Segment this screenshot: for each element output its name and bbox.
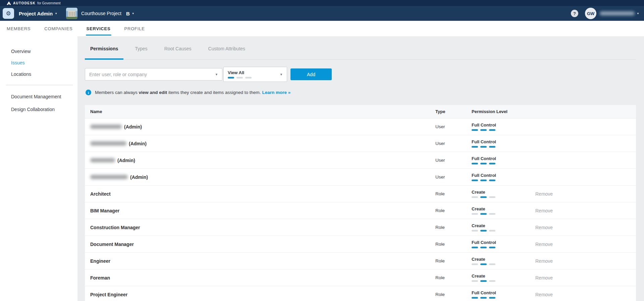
subtab-custom-attributes[interactable]: Custom Attributes: [203, 42, 251, 59]
sidebar-item-locations[interactable]: Locations: [0, 68, 77, 80]
level-bar: [489, 196, 495, 198]
admin-suffix: (Admin): [117, 158, 135, 163]
remove-link[interactable]: Remove: [535, 225, 553, 230]
row-name: (Admin): [85, 174, 435, 180]
level-bar: [489, 247, 495, 248]
autodesk-logo-icon: [7, 1, 11, 5]
tab-profile[interactable]: PROFILE: [124, 21, 146, 36]
permission-level-bars: [472, 146, 535, 148]
permission-controls: ▼ View All ▼ Add: [85, 67, 636, 82]
remove-cell: Remove: [535, 275, 636, 281]
permission-cell[interactable]: Full Control: [472, 240, 535, 248]
level-bar: [489, 297, 495, 299]
subtab-types[interactable]: Types: [129, 42, 153, 59]
permission-cell[interactable]: Create: [472, 206, 535, 215]
permission-cell[interactable]: Full Control: [472, 139, 535, 148]
permission-label: Create: [472, 190, 535, 195]
row-type: User: [435, 141, 472, 146]
level-bar: [480, 280, 487, 282]
permission-label: Create: [472, 257, 535, 262]
permission-label: Full Control: [472, 173, 535, 178]
table-row: (Admin) User Full Control: [85, 169, 636, 186]
sidebar-item-issues[interactable]: Issues: [0, 57, 77, 68]
permission-label: Create: [472, 273, 535, 279]
permission-cell[interactable]: Full Control: [472, 290, 535, 299]
chevron-down-icon: ▼: [215, 73, 218, 76]
sidebar-item-document-management[interactable]: Document Management: [0, 90, 77, 103]
learn-more-link[interactable]: Learn more »: [262, 90, 290, 95]
question-icon: ?: [573, 11, 576, 16]
tab-members[interactable]: MEMBERS: [6, 21, 31, 36]
remove-link[interactable]: Remove: [535, 258, 553, 264]
product-switcher[interactable]: B ▼: [126, 11, 135, 16]
info-icon: i: [86, 90, 91, 95]
level-bar: [472, 280, 478, 282]
table-row: Architect Role Create Remove: [85, 186, 636, 202]
gear-icon: ⚙: [6, 10, 11, 17]
level-bar: [480, 263, 487, 265]
tab-companies[interactable]: COMPANIES: [44, 21, 73, 36]
admin-gear-button[interactable]: ⚙: [3, 8, 14, 19]
permission-filter-dropdown[interactable]: View All ▼: [223, 67, 287, 82]
sidebar: Overview Issues Locations Document Manag…: [0, 36, 77, 301]
permission-level-bars: [472, 297, 535, 299]
table-row: Foreman Role Create Remove: [85, 269, 636, 286]
remove-link[interactable]: Remove: [535, 275, 553, 281]
permission-cell[interactable]: Create: [472, 257, 535, 265]
sidebar-item-design-collaboration[interactable]: Design Collaboration: [0, 103, 77, 116]
level-bar: [228, 77, 234, 79]
permission-label: Create: [472, 223, 535, 228]
level-bar: [245, 77, 252, 79]
sidebar-divider: [6, 85, 73, 85]
remove-link[interactable]: Remove: [535, 191, 553, 197]
permission-label: Full Control: [472, 156, 535, 161]
permission-level-bars: [472, 129, 535, 131]
permission-cell[interactable]: Create: [472, 223, 535, 232]
row-name: Architect: [85, 191, 435, 197]
user-role-company-select[interactable]: ▼: [85, 68, 222, 81]
row-type: User: [435, 174, 472, 180]
level-bar: [489, 263, 495, 265]
row-type: Role: [435, 225, 472, 230]
subtab-root-causes[interactable]: Root Causes: [159, 42, 197, 59]
subtab-permissions[interactable]: Permissions: [85, 42, 123, 59]
admin-suffix: (Admin): [129, 141, 147, 146]
module-label: Project Admin: [19, 11, 53, 16]
gov-banner: AUTODESK for Government: [0, 0, 644, 6]
permission-label: Full Control: [472, 139, 535, 144]
level-bar: [472, 146, 478, 148]
row-type: Role: [435, 208, 472, 213]
permission-cell[interactable]: Full Control: [472, 156, 535, 164]
row-name: Engineer: [85, 258, 435, 264]
row-name: (Admin): [85, 158, 435, 163]
module-selector[interactable]: Project Admin ▼: [19, 11, 57, 16]
row-name: BIM Manager: [85, 208, 435, 213]
permission-level-bars: [472, 230, 535, 232]
remove-link[interactable]: Remove: [535, 208, 553, 213]
level-bar: [480, 196, 487, 198]
bim360-product-icon: B: [126, 11, 130, 16]
permission-level-bars: [228, 77, 280, 79]
help-button[interactable]: ?: [571, 10, 578, 17]
info-banner: i Members can always view and edit items…: [85, 90, 636, 95]
permission-cell[interactable]: Full Control: [472, 173, 535, 181]
remove-link[interactable]: Remove: [535, 242, 553, 247]
remove-link[interactable]: Remove: [535, 292, 553, 297]
user-role-company-input[interactable]: [89, 72, 215, 77]
remove-cell: Remove: [535, 258, 636, 264]
redacted-name: [90, 175, 128, 179]
permission-cell[interactable]: Create: [472, 273, 535, 282]
user-menu[interactable]: GW ▼: [578, 8, 639, 19]
permission-label: Full Control: [472, 290, 535, 295]
sidebar-item-overview[interactable]: Overview: [0, 46, 77, 57]
permission-cell[interactable]: Full Control: [472, 122, 535, 131]
table-row: Construction Manager Role Create Remove: [85, 219, 636, 236]
permission-level-bars: [472, 263, 535, 265]
level-bar: [489, 129, 495, 131]
add-button[interactable]: Add: [290, 68, 332, 80]
level-bar: [489, 230, 495, 232]
tab-services[interactable]: SERVICES: [86, 21, 111, 36]
permission-cell[interactable]: Create: [472, 190, 535, 198]
level-bar: [472, 247, 478, 248]
row-type: Role: [435, 275, 472, 280]
